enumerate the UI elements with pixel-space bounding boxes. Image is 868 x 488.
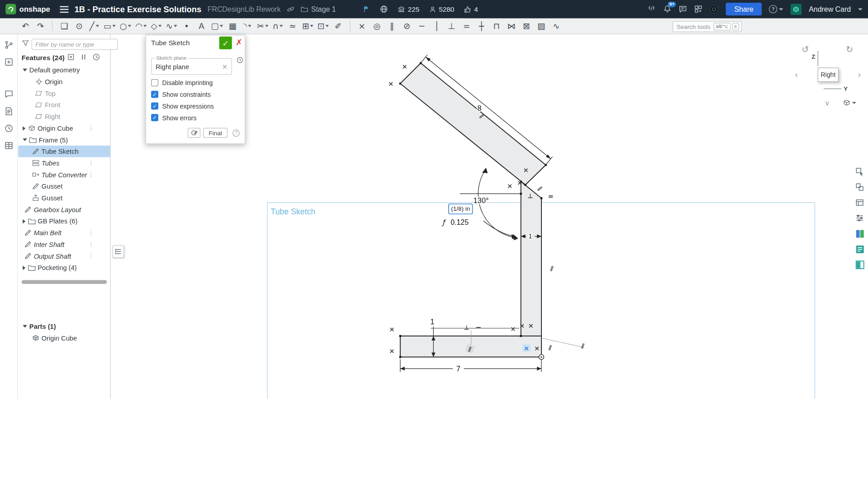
learning-center-icon[interactable] bbox=[710, 5, 719, 14]
caret-right-icon[interactable] bbox=[23, 265, 25, 270]
chevron-down-icon[interactable] bbox=[310, 25, 313, 27]
search-tools-input[interactable] bbox=[675, 23, 712, 30]
clear-selection-icon[interactable]: ✕ bbox=[222, 63, 228, 71]
selection-filter-icon[interactable] bbox=[854, 166, 865, 177]
user-menu-chevron-icon[interactable] bbox=[858, 8, 863, 10]
share-button[interactable]: Share bbox=[726, 3, 762, 15]
dialog-help-icon[interactable]: ? bbox=[232, 129, 240, 137]
style-tool[interactable]: ✐ bbox=[332, 19, 345, 33]
parts-header[interactable]: Parts (1) bbox=[18, 321, 110, 332]
comments-panel-icon[interactable] bbox=[679, 5, 687, 13]
feature-main-belt[interactable]: Main Belt⋮ bbox=[18, 227, 110, 239]
feature-list-toggle[interactable] bbox=[112, 245, 124, 258]
normal-tool[interactable]: ⊓ bbox=[490, 19, 503, 33]
midpoint-tool[interactable]: ┼ bbox=[475, 19, 488, 33]
feature-origin[interactable]: Origin bbox=[18, 76, 110, 88]
versions-icon[interactable] bbox=[4, 40, 14, 50]
redo-tool[interactable]: ↷ bbox=[34, 19, 47, 33]
construction-tool[interactable]: ⊙ bbox=[72, 19, 85, 33]
final-button[interactable]: Final bbox=[203, 128, 228, 138]
tables-icon[interactable] bbox=[4, 141, 14, 151]
onshape-logo[interactable]: onshape bbox=[5, 4, 50, 14]
caret-right-icon[interactable] bbox=[23, 126, 25, 130]
feature-output-shaft[interactable]: Output Shaft⋮ bbox=[18, 250, 110, 262]
rotate-ccw-icon[interactable]: ↺ bbox=[802, 44, 809, 55]
comments-icon[interactable] bbox=[4, 89, 14, 99]
chevron-down-icon[interactable] bbox=[113, 25, 116, 27]
caret-right-icon[interactable] bbox=[23, 219, 25, 223]
stat-users[interactable]: 5280 bbox=[429, 5, 454, 13]
slot-tool[interactable]: ▢ bbox=[210, 19, 224, 33]
center-point-circle-tool[interactable]: ○ bbox=[119, 19, 133, 33]
option-show-expressions[interactable]: ✓Show expressions bbox=[151, 102, 240, 109]
feature-origin-cube[interactable]: Origin Cube⋮ bbox=[18, 122, 110, 134]
featurescript-icon[interactable] bbox=[647, 5, 656, 13]
feature-frame-5[interactable]: Frame (5) bbox=[18, 134, 110, 146]
feature-tube-converter[interactable]: Tube Converter⋮ bbox=[18, 169, 110, 180]
checkbox-checked-icon[interactable]: ✓ bbox=[151, 114, 158, 121]
chevron-down-icon[interactable] bbox=[128, 25, 131, 27]
export-tool[interactable]: ⊡ bbox=[316, 19, 330, 33]
feature-gusset[interactable]: Gusset bbox=[18, 180, 110, 192]
equal-tool[interactable]: = bbox=[460, 19, 473, 33]
caret-down-icon[interactable] bbox=[23, 69, 27, 71]
linear-pattern-tool[interactable]: ⊞ bbox=[301, 19, 314, 33]
horizontal-tool[interactable]: ─ bbox=[415, 19, 428, 33]
commit-check-icon[interactable]: ✓ bbox=[219, 37, 232, 49]
feature-default-geometry[interactable]: Default geometry bbox=[18, 64, 110, 76]
symmetric-tool[interactable]: ⋈ bbox=[505, 19, 518, 33]
rollback-clock-icon[interactable] bbox=[237, 56, 244, 66]
close-icon[interactable]: ✗ bbox=[236, 38, 242, 47]
chevron-down-icon[interactable] bbox=[325, 25, 328, 27]
rotate-right-chevron-icon[interactable]: › bbox=[858, 70, 861, 78]
chevron-down-icon[interactable] bbox=[95, 25, 99, 27]
suspend-icon[interactable] bbox=[80, 53, 87, 63]
group-panels-icon[interactable] bbox=[854, 181, 865, 192]
sketch-fillet-tool[interactable]: ◝ bbox=[241, 19, 254, 33]
stat-views[interactable]: 225 bbox=[398, 5, 420, 13]
spline-tool[interactable]: ∿ bbox=[165, 19, 178, 33]
rotate-cw-icon[interactable]: ↻ bbox=[846, 44, 853, 55]
checkbox-checked-icon[interactable]: ✓ bbox=[151, 91, 158, 98]
feature-top[interactable]: Top bbox=[18, 87, 110, 99]
feature-gusset[interactable]: Gusset bbox=[18, 192, 110, 204]
corner-rectangle-tool[interactable]: ▭ bbox=[102, 19, 117, 33]
checkbox-unchecked-icon[interactable] bbox=[151, 79, 158, 86]
view-options-menu[interactable] bbox=[843, 99, 857, 107]
chevron-down-icon[interactable] bbox=[158, 25, 161, 27]
rollback-clock-icon[interactable] bbox=[92, 53, 100, 63]
option-show-errors[interactable]: ✓Show errors bbox=[151, 114, 240, 121]
feature-right[interactable]: Right bbox=[18, 111, 110, 123]
chevron-down-icon[interactable] bbox=[280, 25, 283, 27]
apps-grid-icon[interactable] bbox=[694, 5, 702, 13]
flag-icon[interactable] bbox=[363, 5, 370, 13]
mirror-tool[interactable]: ∩ bbox=[271, 19, 284, 33]
sketch-plane-field[interactable]: Sketch plane Right plane ✕ bbox=[151, 58, 232, 75]
pattern-tool[interactable]: ⊠ bbox=[520, 19, 533, 33]
stat-likes[interactable]: 4 bbox=[464, 5, 478, 13]
view-cube-face[interactable]: Right bbox=[818, 67, 839, 82]
chevron-down-icon[interactable] bbox=[265, 25, 268, 27]
hatch-tool[interactable]: ▨ bbox=[535, 19, 548, 33]
checkbox-checked-icon[interactable]: ✓ bbox=[151, 102, 158, 109]
feature-front[interactable]: Front bbox=[18, 99, 110, 111]
avatar[interactable] bbox=[791, 4, 802, 14]
display-options-icon[interactable] bbox=[854, 197, 865, 208]
chevron-down-icon[interactable] bbox=[174, 25, 177, 27]
face-grid-tool[interactable]: ▦ bbox=[226, 19, 239, 33]
caret-down-icon[interactable] bbox=[23, 138, 27, 141]
point-tool[interactable]: • bbox=[180, 19, 193, 33]
perpendicular-tool[interactable]: ⊥ bbox=[445, 19, 458, 33]
tangent-tool[interactable]: ⊘ bbox=[400, 19, 413, 33]
feature-gearbox-layout[interactable]: Gearbox Layout bbox=[18, 204, 110, 215]
help-menu[interactable]: ? bbox=[769, 5, 783, 13]
option-disable-imprinting[interactable]: Disable imprinting bbox=[151, 79, 240, 86]
trim-tool[interactable]: ✂ bbox=[256, 19, 270, 33]
horizontal-scrollbar[interactable] bbox=[22, 280, 107, 284]
named-views-icon[interactable] bbox=[854, 243, 865, 254]
feature-filter-input[interactable] bbox=[32, 39, 118, 50]
globe-icon[interactable] bbox=[379, 5, 388, 13]
chevron-down-icon[interactable] bbox=[143, 25, 147, 27]
insert-feature-icon[interactable] bbox=[67, 53, 75, 63]
document-title[interactable]: 1B - Practice Exercise Solutions bbox=[75, 5, 202, 14]
